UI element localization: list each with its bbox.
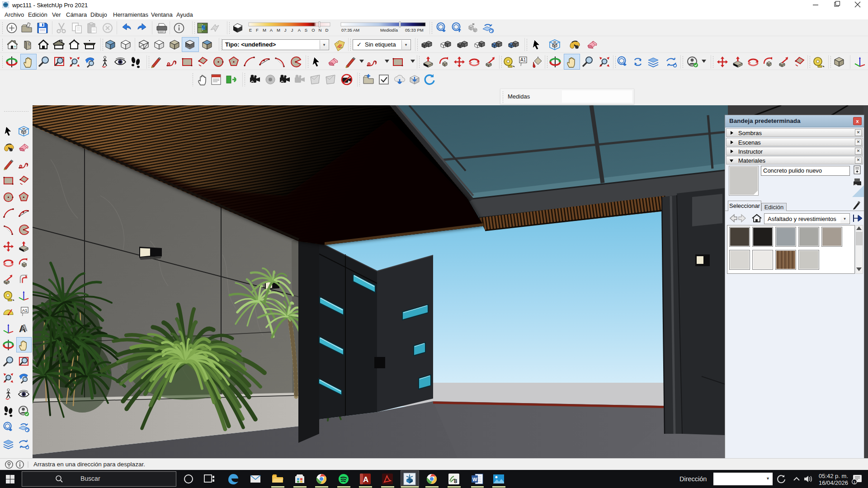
svg-text:J: J (291, 28, 293, 33)
svg-text:J: J (284, 28, 287, 33)
svg-text:A: A (363, 475, 368, 484)
svg-text:1: 1 (854, 480, 856, 484)
svg-text:F: F (256, 28, 259, 33)
svg-text:S: S (305, 28, 307, 33)
svg-text:M: M (277, 28, 280, 33)
svg-text:Mediodía: Mediodía (380, 28, 398, 33)
svg-text:E: E (249, 28, 252, 33)
svg-text:A: A (270, 28, 273, 33)
svg-text:A: A (298, 28, 301, 33)
svg-text:N: N (319, 28, 322, 33)
svg-text:W: W (472, 477, 477, 482)
svg-text:M: M (263, 28, 266, 33)
svg-text:8: 8 (454, 478, 457, 484)
svg-text:D: D (326, 28, 329, 33)
svg-text:05:33 PM: 05:33 PM (405, 28, 424, 33)
svg-text:07:35 AM: 07:35 AM (341, 28, 359, 33)
svg-text:O: O (311, 28, 315, 33)
